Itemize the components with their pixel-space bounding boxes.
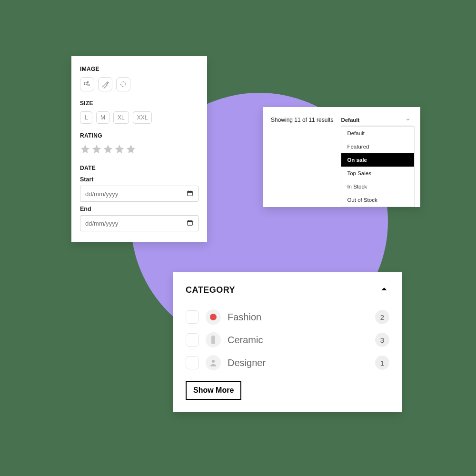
star-icon[interactable]: [80, 144, 90, 156]
star-icon[interactable]: [103, 144, 113, 156]
category-card: CATEGORY Fashion 2 Ceramic 3 Designer 1 …: [173, 272, 402, 412]
svg-point-1: [88, 84, 89, 86]
date-section-title: DATE: [80, 165, 198, 171]
size-option[interactable]: M: [96, 111, 109, 124]
size-filter-row: L M XL XXL: [80, 111, 198, 124]
size-option[interactable]: XXL: [133, 111, 152, 124]
sort-option[interactable]: Featured: [341, 140, 414, 153]
sort-option-selected[interactable]: On sale: [341, 153, 414, 167]
category-row: Designer 1: [186, 351, 389, 374]
category-count: 1: [375, 356, 389, 370]
category-count: 3: [375, 333, 389, 347]
category-thumb: [206, 355, 221, 370]
category-label[interactable]: Designer: [228, 357, 375, 368]
date-end-label: End: [80, 206, 198, 212]
category-thumb: [206, 332, 221, 347]
calendar-icon[interactable]: [187, 190, 193, 198]
image-option-1[interactable]: [80, 77, 94, 91]
rating-stars[interactable]: [80, 144, 198, 156]
image-section-title: IMAGE: [80, 66, 198, 72]
category-label[interactable]: Fashion: [228, 312, 375, 323]
category-label[interactable]: Ceramic: [228, 335, 375, 346]
image-filter-row: [80, 77, 198, 91]
svg-point-2: [87, 81, 88, 82]
size-section-title: SIZE: [80, 100, 198, 107]
date-start-label: Start: [80, 176, 198, 183]
filter-card: IMAGE SIZE L M XL XXL RATING DATE Start …: [71, 56, 207, 242]
category-row: Fashion 2: [186, 306, 389, 328]
chevron-up-icon[interactable]: [379, 284, 389, 296]
sort-card: Showing 11 of 11 results Default Default…: [263, 107, 420, 207]
category-thumb: [206, 309, 221, 325]
rating-section-title: RATING: [80, 132, 198, 139]
calendar-icon[interactable]: [187, 219, 193, 228]
sort-selected-value: Default: [341, 117, 359, 123]
sort-option[interactable]: Top Sales: [341, 167, 414, 180]
sort-select-trigger[interactable]: Default: [341, 114, 413, 126]
svg-rect-5: [188, 191, 193, 192]
sort-option[interactable]: Out of Stock: [341, 193, 414, 207]
svg-point-12: [212, 360, 215, 363]
date-end-input[interactable]: dd/mm/yyyy: [80, 215, 198, 231]
size-option[interactable]: L: [80, 111, 92, 124]
sort-select[interactable]: Default Default Featured On sale Top Sal…: [341, 114, 413, 126]
sort-dropdown: Default Featured On sale Top Sales In St…: [341, 126, 415, 207]
category-checkbox[interactable]: [186, 310, 199, 324]
star-icon[interactable]: [114, 144, 125, 156]
category-row: Ceramic 3: [186, 328, 389, 351]
results-count: Showing 11 of 11 results: [271, 117, 333, 123]
image-option-2[interactable]: [98, 77, 112, 91]
show-more-button[interactable]: Show More: [186, 381, 241, 400]
sort-option[interactable]: Default: [341, 127, 414, 140]
svg-point-3: [121, 82, 126, 87]
svg-point-0: [84, 82, 87, 85]
category-title: CATEGORY: [186, 285, 235, 295]
svg-rect-9: [188, 220, 193, 222]
category-checkbox[interactable]: [186, 356, 199, 369]
image-option-3[interactable]: [116, 77, 130, 91]
star-icon[interactable]: [126, 144, 136, 156]
chevron-down-icon: [405, 117, 411, 123]
date-start-placeholder: dd/mm/yyyy: [85, 190, 118, 198]
category-count: 2: [375, 310, 389, 324]
sort-option[interactable]: In Stock: [341, 180, 414, 193]
category-checkbox[interactable]: [186, 333, 199, 347]
size-option[interactable]: XL: [113, 111, 129, 124]
date-end-placeholder: dd/mm/yyyy: [85, 220, 118, 227]
date-start-input[interactable]: dd/mm/yyyy: [80, 186, 198, 202]
star-icon[interactable]: [91, 144, 102, 156]
